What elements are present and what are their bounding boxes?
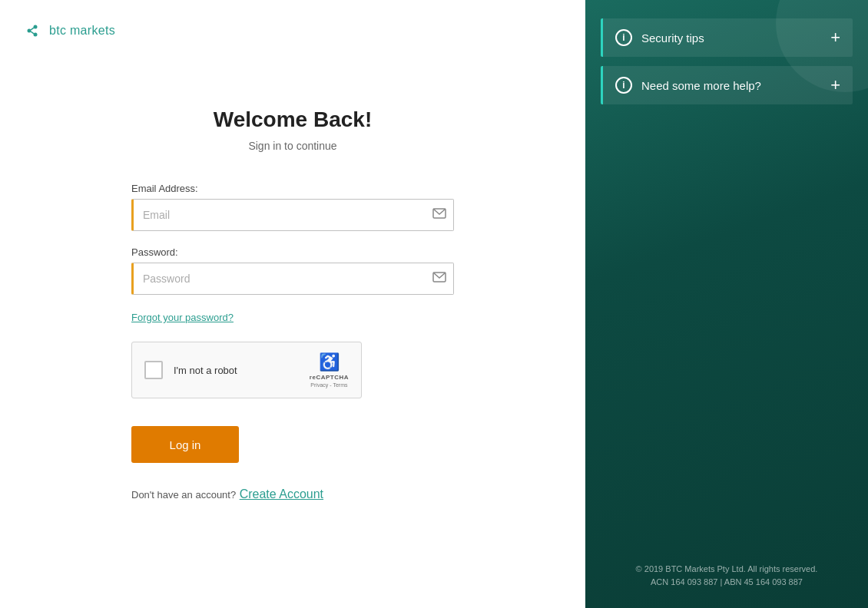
login-button[interactable]: Log in	[131, 426, 239, 463]
no-account-text: Don't have an account?	[131, 489, 236, 501]
recaptcha-logo-area: ♿ reCAPTCHA Privacy - Terms	[310, 352, 349, 388]
email-input[interactable]	[131, 199, 454, 231]
sign-in-subtitle: Sign in to continue	[248, 140, 336, 152]
form-area: Welcome Back! Sign in to continue Email …	[0, 61, 585, 608]
svg-line-3	[31, 28, 34, 30]
recaptcha-brand: reCAPTCHA	[310, 374, 349, 381]
security-tips-label: Security tips	[641, 31, 821, 45]
security-tips-plus-icon: +	[830, 29, 840, 46]
recaptcha-checkbox[interactable]	[144, 361, 163, 379]
security-tips-info-icon: i	[615, 29, 632, 46]
login-form: Email Address: Password:	[131, 183, 454, 501]
email-input-wrapper	[131, 199, 454, 231]
svg-line-4	[31, 31, 34, 34]
security-tips-accordion[interactable]: i Security tips +	[601, 18, 853, 57]
email-icon	[432, 208, 446, 222]
more-help-info-icon: i	[615, 77, 632, 94]
password-input-wrapper	[131, 263, 454, 295]
more-help-plus-icon: +	[830, 77, 840, 94]
footer-line2: ACN 164 093 887 | ABN 45 164 093 887	[601, 576, 853, 590]
logo-text: btc markets	[49, 24, 115, 38]
right-panel: i Security tips + i Need some more help?…	[585, 0, 868, 608]
password-input[interactable]	[131, 263, 454, 295]
create-account-row: Don't have an account? Create Account	[131, 487, 454, 501]
forgot-password-link[interactable]: Forgot your password?	[131, 312, 234, 323]
logo-area: btc markets	[0, 0, 585, 61]
left-panel: btc markets Welcome Back! Sign in to con…	[0, 0, 585, 608]
recaptcha-label: I'm not a robot	[174, 365, 299, 376]
svg-point-0	[28, 29, 31, 33]
footer-line1: © 2019 BTC Markets Pty Ltd. All rights r…	[601, 563, 853, 577]
more-help-label: Need some more help?	[641, 79, 821, 92]
recaptcha-links: Privacy - Terms	[310, 382, 347, 388]
recaptcha-widget[interactable]: I'm not a robot ♿ reCAPTCHA Privacy - Te…	[131, 342, 362, 398]
password-icon	[432, 272, 446, 286]
email-label: Email Address:	[131, 183, 454, 194]
right-footer: © 2019 BTC Markets Pty Ltd. All rights r…	[601, 563, 853, 590]
welcome-title: Welcome Back!	[214, 107, 372, 132]
btc-logo-icon	[25, 21, 43, 40]
recaptcha-logo-icon: ♿	[319, 352, 340, 372]
more-help-accordion[interactable]: i Need some more help? +	[601, 66, 853, 104]
password-label: Password:	[131, 246, 454, 258]
create-account-link[interactable]: Create Account	[240, 487, 323, 501]
